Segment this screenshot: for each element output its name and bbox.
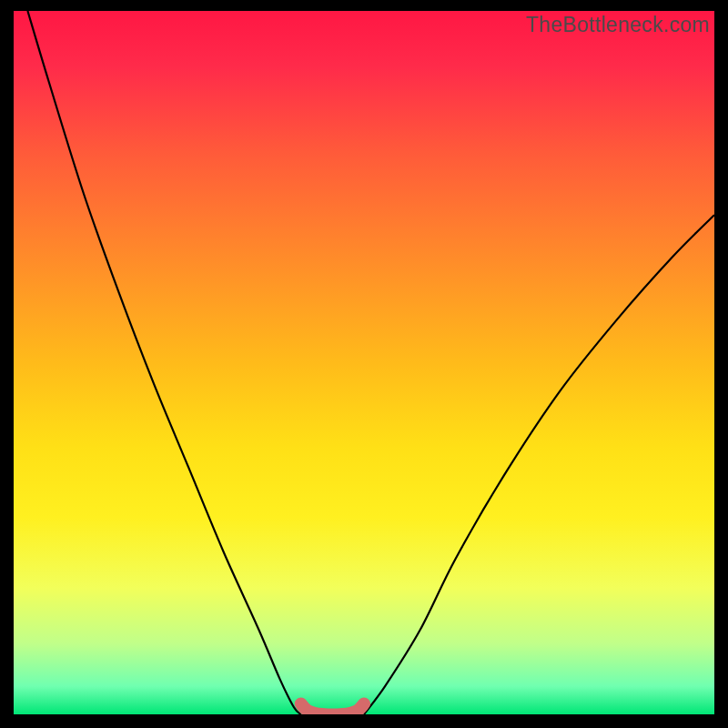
gradient-background [14, 11, 714, 714]
plot-svg [14, 11, 714, 714]
chart-frame [14, 11, 714, 714]
watermark-text: TheBottleneck.com [526, 13, 710, 37]
